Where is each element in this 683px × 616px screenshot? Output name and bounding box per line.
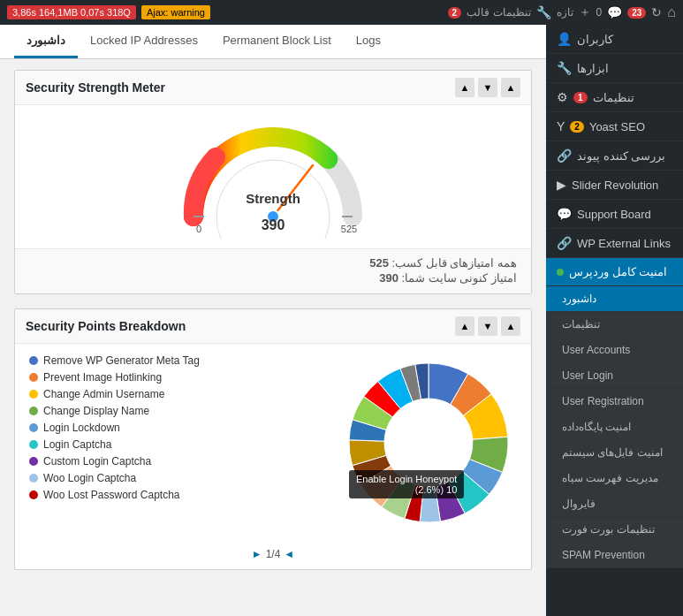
legend-dot — [29, 440, 38, 449]
legend-label: Change Display Name — [43, 405, 149, 417]
sub-label: SPAM Prevention — [562, 549, 645, 561]
legend-item: Login Captcha — [29, 438, 326, 451]
sidebar-item-label: تنظیمات — [593, 91, 634, 104]
sidebar-item-tools[interactable]: ابزارها 🔧 — [546, 54, 683, 83]
sidebar-item-extlinks[interactable]: WP External Links 🔗 — [546, 229, 683, 258]
sidebar: کاربران 👤 ابزارها 🔧 تنظیمات 1 ⚙ Yoast SE… — [546, 25, 683, 616]
legend-label: Login Lockdown — [43, 422, 120, 434]
plugin-icon[interactable]: 🔧 — [536, 5, 551, 19]
legend-item: Prevent Image Hotlinking — [29, 371, 326, 384]
sub-label: تنظیمات — [562, 318, 600, 331]
sidebar-sub-firewall[interactable]: فایروال — [546, 491, 683, 517]
sub-label: مدیریت فهرست سیاه — [562, 472, 658, 484]
legend-list: Remove WP Generator Meta TagPrevent Imag… — [29, 354, 326, 501]
sidebar-item-label: کاربران — [577, 33, 613, 46]
sub-label: فایروال — [562, 498, 596, 510]
sidebar-item-support[interactable]: Support Board 💬 — [546, 200, 683, 229]
gauge-svg-wrap: 0 525 Strength 390 — [176, 119, 370, 234]
sub-label: امنیت پایگاه‌داده — [562, 421, 631, 433]
gauge-collapse-btn[interactable]: ▲ — [501, 78, 520, 97]
svg-text:525: 525 — [341, 224, 357, 234]
sub-label: User Accounts — [562, 344, 630, 356]
notif-count: 2 — [448, 7, 462, 19]
sidebar-sub-user-accounts[interactable]: User Accounts — [546, 338, 683, 363]
sidebar-sub-file-security[interactable]: امنیت فایل‌های سیستم — [546, 440, 683, 466]
sidebar-item-users[interactable]: کاربران 👤 — [546, 25, 683, 54]
legend-label: Custom Login Captcha — [43, 455, 151, 468]
legend-dot — [29, 373, 38, 382]
link-icon: 🔗 — [557, 148, 572, 163]
gauge-controls: ▲ ▼ ▲ — [455, 78, 520, 97]
legend-dot — [29, 407, 38, 415]
gauge-move-up-btn[interactable]: ▲ — [455, 78, 474, 97]
donut-move-up-btn[interactable]: ▲ — [455, 316, 474, 336]
tab-locked-ips[interactable]: Locked IP Addresses — [78, 25, 210, 58]
support-icon: 💬 — [557, 207, 572, 221]
gauge-current-label: امتیاز کنونی سایت شما: — [402, 271, 517, 285]
legend-dot — [29, 390, 38, 399]
gauge-total-value: 525 — [369, 256, 389, 270]
legend-label: Remove WP Generator Meta Tag — [43, 354, 200, 367]
sidebar-sub-brute[interactable]: تنظیمات بورت فورت — [546, 517, 683, 543]
sub-label: User Login — [562, 369, 613, 382]
legend-label: Login Captcha — [43, 438, 111, 451]
gauge-widget-header: ▲ ▼ ▲ Security Strength Meter — [15, 71, 531, 105]
gauge-move-down-btn[interactable]: ▼ — [478, 78, 497, 97]
sidebar-sub-dashboard[interactable]: داشبورد — [546, 286, 683, 312]
sidebar-sub-blacklist[interactable]: مدیریت فهرست سیاه — [546, 466, 683, 491]
legend-item: Login Lockdown — [29, 422, 326, 434]
legend-dot — [29, 423, 38, 432]
donut-move-down-btn[interactable]: ▼ — [478, 316, 497, 336]
debug-info: 3,86s 164,1MB 0,07s 318Q — [7, 5, 136, 19]
content-area: ▲ ▼ ▲ Security Strength Meter — [0, 59, 546, 616]
sidebar-item-label: بررسی کننده پیوند — [577, 149, 665, 163]
legend-dot — [29, 474, 38, 483]
sidebar-sub-db-security[interactable]: امنیت پایگاه‌داده — [546, 414, 683, 440]
sidebar-sub-user-reg[interactable]: User Registration — [546, 389, 683, 414]
tab-logs[interactable]: Logs — [344, 25, 393, 58]
sidebar-item-security[interactable]: امنیت کامل وردپرس — [546, 258, 683, 286]
legend-label: Woo Login Captcha — [43, 472, 136, 484]
sidebar-item-label: امنیت کامل وردپرس — [569, 265, 667, 278]
gauge-total-label: همه امتیازهای قابل کسب: — [392, 256, 517, 270]
legend-item: Woo Lost Password Captcha — [29, 489, 326, 501]
svg-text:0: 0 — [196, 224, 201, 234]
svg-text:Strength: Strength — [246, 191, 300, 206]
comment-icon[interactable]: 💬 — [607, 5, 622, 19]
sidebar-sub-settings[interactable]: تنظیمات — [546, 312, 683, 338]
yoast-icon: Y — [557, 119, 565, 133]
ajax-warning: Ajax: warning — [141, 5, 210, 19]
admin-bar-left: ⌂ ↻ 23 💬 0 ＋ تازه 🔧 تنظیمات قالب 2 — [448, 4, 676, 20]
sub-label: امنیت فایل‌های سیستم — [562, 446, 663, 459]
sidebar-sub-user-login[interactable]: User Login — [546, 363, 683, 389]
tab-permanent-block[interactable]: Permanent Block List — [210, 25, 344, 58]
donut-widget: ▲ ▼ ▲ Security Points Breakdown Enable L… — [14, 308, 532, 570]
update-icon[interactable]: ↻ — [651, 5, 662, 19]
home-icon[interactable]: ⌂ — [667, 4, 676, 20]
sidebar-item-linkchecker[interactable]: بررسی کننده پیوند 🔗 — [546, 141, 683, 171]
sidebar-item-slider[interactable]: Slider Revolution ▶ — [546, 171, 683, 200]
legend-item: Remove WP Generator Meta Tag — [29, 354, 326, 367]
page-prev-btn[interactable]: ◄ — [284, 548, 294, 560]
donut-body: Enable Login Honeypot 10 (2.6%) Remove W… — [15, 344, 531, 544]
gauge-current-value: 390 — [379, 271, 398, 285]
notif-badge[interactable]: 23 — [627, 7, 646, 19]
sidebar-item-settings[interactable]: تنظیمات 1 ⚙ — [546, 83, 683, 112]
plugin-name: تنظیمات قالب — [467, 6, 530, 19]
sub-label: تنظیمات بورت فورت — [562, 523, 655, 536]
tools-icon: 🔧 — [557, 61, 572, 75]
sidebar-item-yoast[interactable]: Yoast SEO 2 Y — [546, 112, 683, 141]
donut-controls: ▲ ▼ ▲ — [455, 316, 520, 336]
page-next-btn[interactable]: ► — [252, 548, 262, 560]
legend-dot — [29, 491, 38, 499]
comment-count: 0 — [596, 6, 603, 19]
tab-dashboard[interactable]: داشبورد — [14, 25, 78, 58]
donut-widget-title: Security Points Breakdown — [26, 319, 186, 333]
sidebar-item-label: WP External Links — [577, 237, 671, 250]
sidebar-sub-spam[interactable]: SPAM Prevention — [546, 543, 683, 568]
legend-label: Woo Lost Password Captcha — [43, 489, 180, 501]
sub-label: User Registration — [562, 395, 644, 407]
plus-icon[interactable]: ＋ — [579, 4, 591, 20]
donut-collapse-btn[interactable]: ▲ — [501, 316, 520, 336]
gauge-widget: ▲ ▼ ▲ Security Strength Meter — [14, 70, 532, 294]
